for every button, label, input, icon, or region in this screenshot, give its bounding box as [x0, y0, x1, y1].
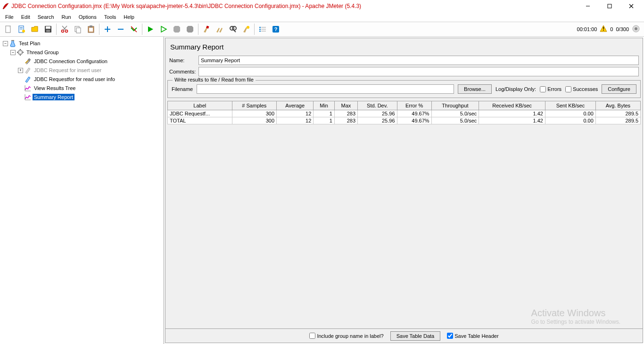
tree-jdbc-read[interactable]: JDBC Requestfor for read user info	[17, 75, 163, 83]
svg-rect-31	[259, 29, 261, 30]
cut-icon[interactable]	[58, 23, 71, 35]
function-helper-icon[interactable]	[256, 23, 269, 35]
browse-button[interactable]: Browse...	[458, 84, 492, 94]
col-samples[interactable]: # Samples	[232, 101, 276, 110]
clear-all-icon[interactable]	[214, 23, 226, 35]
shutdown-icon[interactable]	[184, 23, 196, 35]
titlebar: JDBC Connection Configuration.jmx (E:\My…	[0, 0, 644, 12]
results-table-wrap[interactable]: Label # Samples Average Min Max Std. Dev…	[167, 101, 641, 328]
svg-point-43	[19, 51, 21, 53]
save-icon[interactable]	[42, 23, 54, 35]
config-icon	[24, 57, 32, 65]
save-table-button[interactable]: Save Table Data	[390, 331, 441, 341]
menu-options[interactable]: Options	[75, 13, 100, 21]
comments-input[interactable]	[198, 67, 639, 76]
collapse-icon[interactable]: −	[3, 41, 8, 46]
clear-icon[interactable]	[200, 23, 213, 35]
svg-rect-41	[11, 40, 14, 41]
tree-jdbc-insert[interactable]: +JDBC Request for insert user	[17, 66, 163, 74]
jmeter-feather-icon	[2, 2, 9, 10]
svg-rect-33	[261, 27, 266, 28]
save-header-checkbox[interactable]: Save Table Header	[447, 333, 498, 339]
svg-rect-7	[20, 29, 23, 29]
close-button[interactable]	[620, 0, 642, 12]
maximize-button[interactable]	[599, 0, 620, 12]
configure-button[interactable]: Configure	[602, 84, 636, 94]
col-label[interactable]: Label	[168, 101, 232, 110]
toggle-icon[interactable]	[128, 23, 140, 35]
menu-file[interactable]: File	[2, 13, 17, 21]
log-display-label: Log/Display Only:	[495, 86, 536, 92]
col-bytes[interactable]: Avg. Bytes	[595, 101, 640, 110]
col-min[interactable]: Min	[314, 101, 335, 110]
menu-run[interactable]: Run	[58, 13, 74, 21]
minimize-button[interactable]	[577, 0, 599, 12]
tree-summary-report[interactable]: Summary Report	[17, 93, 163, 101]
tree-jdbc-connection[interactable]: JDBC Connection Configuration	[17, 57, 163, 66]
svg-rect-35	[261, 31, 266, 32]
running-indicator-icon	[632, 25, 640, 34]
svg-rect-32	[259, 31, 261, 32]
errors-checkbox[interactable]: Errors	[540, 86, 561, 92]
tree-view-results[interactable]: View Results Tree	[17, 84, 163, 92]
toolbar: ? 00:01:00 ! 0 0/300	[0, 22, 644, 37]
content-pane: Summary Report Name: Comments: Write res…	[165, 38, 643, 343]
expand-icon[interactable]	[101, 23, 114, 35]
tree-test-plan[interactable]: − Test Plan	[2, 39, 163, 48]
status-area: 00:01:00 ! 0 0/300	[577, 25, 642, 34]
svg-rect-11	[46, 30, 50, 32]
svg-text:!: !	[603, 26, 605, 32]
warning-icon[interactable]: !	[600, 25, 607, 33]
new-icon[interactable]	[2, 23, 15, 35]
table-row[interactable]: TOTAL30012128325.9649.67%5.0/sec1.420.00…	[168, 117, 641, 124]
sampler-icon	[24, 66, 32, 74]
tree-thread-group[interactable]: − Thread Group	[9, 48, 163, 57]
menu-edit[interactable]: Edit	[18, 13, 33, 21]
svg-rect-17	[76, 28, 81, 33]
svg-rect-20	[89, 28, 93, 32]
include-group-checkbox[interactable]: Include group name in label?	[309, 333, 383, 339]
svg-rect-19	[90, 25, 92, 27]
svg-point-40	[635, 27, 637, 30]
filename-input[interactable]	[197, 84, 454, 94]
name-input[interactable]	[198, 56, 639, 65]
listener-icon	[24, 84, 32, 92]
start-no-pause-icon[interactable]	[157, 23, 170, 35]
table-row[interactable]: JDBC Requestf...30012128325.9649.67%5.0/…	[168, 110, 641, 117]
col-average[interactable]: Average	[277, 101, 314, 110]
svg-rect-30	[259, 27, 261, 28]
col-throughput[interactable]: Throughput	[431, 101, 479, 110]
results-table: Label # Samples Average Min Max Std. Dev…	[167, 101, 641, 124]
svg-text:?: ?	[274, 26, 278, 32]
svg-rect-10	[46, 26, 50, 29]
start-icon[interactable]	[144, 23, 157, 35]
help-icon[interactable]: ?	[270, 23, 282, 35]
stop-icon[interactable]	[171, 23, 183, 35]
reset-search-icon[interactable]	[240, 23, 252, 35]
collapse-icon[interactable]	[115, 23, 127, 35]
menu-help[interactable]: Help	[120, 13, 138, 21]
expand-icon[interactable]: +	[18, 68, 23, 73]
open-icon[interactable]	[29, 23, 41, 35]
menu-tools[interactable]: Tools	[101, 13, 120, 21]
tree-pane[interactable]: − Test Plan − Thread Group JDB	[0, 37, 164, 344]
svg-rect-6	[20, 27, 23, 28]
col-stddev[interactable]: Std. Dev.	[358, 101, 397, 110]
paste-icon[interactable]	[85, 23, 97, 35]
search-icon[interactable]	[227, 23, 239, 35]
elapsed-time: 00:01:00	[577, 26, 597, 32]
thread-count: 0/300	[616, 26, 629, 32]
col-sent[interactable]: Sent KB/sec	[545, 101, 595, 110]
col-received[interactable]: Received KB/sec	[479, 101, 545, 110]
template-icon[interactable]	[16, 23, 28, 35]
col-error[interactable]: Error %	[397, 101, 431, 110]
copy-icon[interactable]	[72, 23, 84, 35]
menu-search[interactable]: Search	[34, 13, 58, 21]
successes-checkbox[interactable]: Successes	[565, 86, 598, 92]
col-max[interactable]: Max	[334, 101, 357, 110]
svg-rect-34	[261, 29, 266, 30]
menubar: File Edit Search Run Options Tools Help	[0, 12, 644, 22]
test-plan-icon	[9, 40, 17, 47]
comments-label: Comments:	[169, 69, 196, 74]
collapse-icon[interactable]: −	[10, 50, 16, 55]
